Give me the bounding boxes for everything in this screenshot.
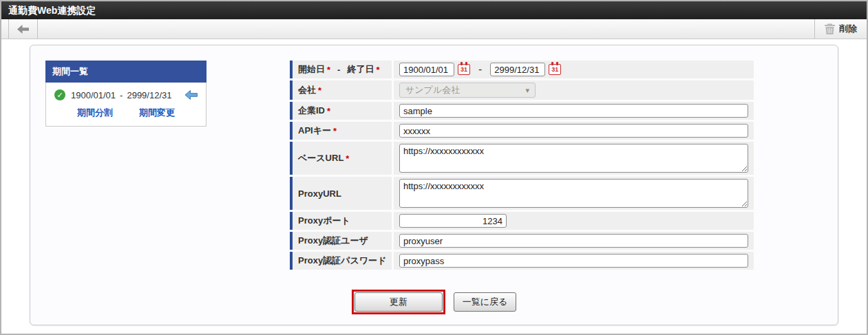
proxy-port-input[interactable] <box>399 214 507 228</box>
form-actions: 更新 一覧に戻る <box>30 290 838 314</box>
form-row-proxy-password: Proxy認証パスワード <box>290 252 754 270</box>
period-links: 期間分割 期間変更 <box>46 100 206 119</box>
proxy-password-field <box>394 252 754 270</box>
update-button-highlight: 更新 <box>352 290 445 314</box>
back-button[interactable] <box>8 19 38 39</box>
trash-icon <box>825 23 835 34</box>
form-row-company-id: 企業ID* <box>290 102 754 120</box>
period-start-date: 1900/01/01 <box>71 90 116 100</box>
content-panel: 期間一覧 1900/01/01 - 2999/12/31 期間分割 期間変更 <box>30 45 838 325</box>
api-key-input[interactable] <box>399 124 748 138</box>
base-url-textarea[interactable]: https://xxxxxxxxxxxx <box>399 144 748 173</box>
end-date-label: 終了日 <box>347 63 374 76</box>
company-id-field <box>394 102 754 120</box>
required-marker: * <box>318 85 321 96</box>
start-date-label: 開始日 <box>298 63 325 76</box>
proxy-user-input[interactable] <box>399 234 748 248</box>
required-marker: * <box>333 126 337 136</box>
chevron-down-icon <box>525 86 529 95</box>
toolbar: 削除 <box>1 19 867 39</box>
proxy-user-field <box>394 232 754 250</box>
delete-button[interactable]: 削除 <box>814 19 867 39</box>
date-range-label: 開始日* - 終了日* <box>290 61 392 78</box>
company-id-input[interactable] <box>399 104 748 118</box>
selected-period-arrow-icon[interactable] <box>184 90 198 100</box>
period-date-separator: - <box>120 90 123 100</box>
toolbar-spacer <box>38 19 814 39</box>
end-date-input[interactable] <box>490 63 545 76</box>
page-title: 通勤費Web連携設定 <box>1 1 867 19</box>
company-field: サンプル会社 <box>394 80 754 100</box>
period-entry: 1900/01/01 - 2999/12/31 <box>46 89 206 100</box>
form-row-base-url: ベースURL* https://xxxxxxxxxxxx <box>290 142 754 175</box>
form-row-proxy-port: Proxyポート <box>290 212 754 230</box>
settings-form: 開始日* - 終了日* 31 - 31 会社* サン <box>290 61 754 272</box>
form-row-api-key: APIキー* <box>290 122 754 140</box>
app-window: 通勤費Web連携設定 削除 期間一覧 1900/01/01 - <box>0 0 868 335</box>
company-label: 会社* <box>290 80 392 100</box>
base-url-label: ベースURL* <box>290 142 392 175</box>
label-dash: - <box>337 65 340 75</box>
required-marker: * <box>346 153 349 164</box>
required-marker: * <box>327 65 330 75</box>
back-to-list-button[interactable]: 一覧に戻る <box>454 292 517 312</box>
calendar-icon[interactable]: 31 <box>458 64 470 75</box>
proxy-user-label: Proxy認証ユーザ <box>290 232 392 250</box>
proxy-password-input[interactable] <box>399 254 748 268</box>
calendar-icon[interactable]: 31 <box>549 64 561 75</box>
active-check-icon <box>54 89 65 100</box>
period-list-panel: 期間一覧 1900/01/01 - 2999/12/31 期間分割 期間変更 <box>45 61 207 127</box>
form-row-proxy-user: Proxy認証ユーザ <box>290 232 754 250</box>
proxy-url-field: https://xxxxxxxxxxxx <box>394 177 754 210</box>
period-end-date: 2999/12/31 <box>127 90 171 100</box>
period-list-body: 1900/01/01 - 2999/12/31 期間分割 期間変更 <box>45 83 207 127</box>
proxy-url-label: ProxyURL <box>290 177 392 210</box>
period-change-link[interactable]: 期間変更 <box>139 107 175 119</box>
delete-button-label: 削除 <box>839 23 857 35</box>
required-marker: * <box>376 65 379 75</box>
api-key-field <box>394 122 754 140</box>
form-row-company: 会社* サンプル会社 <box>290 80 754 100</box>
api-key-label: APIキー* <box>290 122 392 140</box>
company-id-label: 企業ID* <box>290 102 392 120</box>
company-select-value: サンプル会社 <box>405 84 460 96</box>
form-row-date-range: 開始日* - 終了日* 31 - 31 <box>290 61 754 78</box>
start-date-input[interactable] <box>399 63 454 76</box>
form-row-proxy-url: ProxyURL https://xxxxxxxxxxxx <box>290 177 754 210</box>
base-url-field: https://xxxxxxxxxxxx <box>394 142 754 175</box>
back-arrow-icon <box>17 25 29 34</box>
company-select[interactable]: サンプル会社 <box>399 83 536 98</box>
period-split-link[interactable]: 期間分割 <box>77 107 113 119</box>
proxy-url-textarea[interactable]: https://xxxxxxxxxxxx <box>399 179 748 208</box>
proxy-password-label: Proxy認証パスワード <box>290 252 392 270</box>
proxy-port-label: Proxyポート <box>290 212 392 230</box>
date-range-fields: 31 - 31 <box>394 61 754 78</box>
required-marker: * <box>327 106 330 116</box>
date-dash: - <box>478 63 482 76</box>
proxy-port-field <box>394 212 754 230</box>
period-entry-dates: 1900/01/01 - 2999/12/31 <box>71 90 172 100</box>
period-list-title: 期間一覧 <box>45 61 207 83</box>
update-button[interactable]: 更新 <box>354 292 443 312</box>
